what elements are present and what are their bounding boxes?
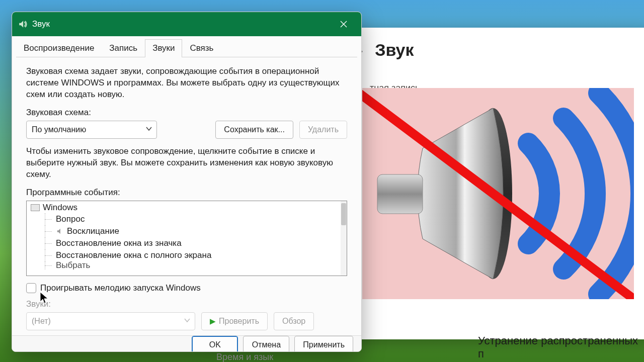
sounds-combobox: (Нет) (26, 312, 195, 330)
tab-communications[interactable]: Связь (182, 39, 221, 57)
startup-sound-row: Проигрывать мелодию запуска Windows (26, 283, 347, 293)
test-button: ▶ Проверить (201, 312, 268, 330)
event-item[interactable]: Выбрать (41, 261, 341, 269)
apply-button[interactable]: Применить (294, 336, 353, 352)
sound-icon (18, 20, 27, 29)
browse-button: Обзор (274, 312, 314, 330)
events-group-windows[interactable]: Windows (29, 202, 341, 213)
svg-rect-1 (377, 174, 423, 214)
sound-dialog: Звук Воспроизведение Запись Звуки Связь … (12, 12, 362, 352)
tabs: Воспроизведение Запись Звуки Связь (12, 39, 361, 58)
titlebar[interactable]: Звук (12, 12, 361, 36)
events-label: Программные события: (26, 188, 347, 198)
scheme-label: Звуковая схема: (26, 108, 347, 118)
event-item[interactable]: Восстановление окна с полного экрана (41, 249, 341, 261)
chevron-down-icon (184, 317, 191, 326)
delete-button: Удалить (299, 121, 347, 139)
sounds-value: (Нет) (32, 317, 51, 326)
dialog-title: Звук (32, 19, 332, 29)
chevron-down-icon (145, 125, 152, 134)
event-item[interactable]: Вопрос (41, 213, 341, 225)
dialog-footer: OK Отмена Применить (12, 335, 361, 352)
sounds-label: Звуки: (26, 299, 347, 309)
ok-button[interactable]: OK (192, 336, 238, 352)
events-group-label: Windows (43, 203, 77, 213)
scheme-description: Звуковая схема задает звуки, сопровождаю… (26, 66, 347, 101)
startup-sound-label[interactable]: Проигрывать мелодию запуска Windows (40, 283, 201, 293)
scheme-combobox[interactable]: По умолчанию (26, 121, 157, 139)
scheme-value: По умолчанию (32, 125, 86, 134)
cancel-button[interactable]: Отмена (243, 336, 289, 352)
speaker-muted-illustration (362, 88, 634, 299)
windows-icon (31, 204, 40, 211)
tab-sounds[interactable]: Звуки (145, 39, 182, 57)
breadcrumb-current: Звук (375, 40, 414, 59)
sidebar-item-time-language[interactable]: Время и язык (216, 352, 273, 362)
close-button[interactable] (332, 12, 355, 36)
tab-panel-sounds: Звуковая схема задает звуки, сопровождаю… (12, 58, 361, 335)
events-scrollbar[interactable] (341, 201, 347, 276)
event-item[interactable]: Восклицание (41, 225, 341, 237)
speaker-icon (56, 228, 64, 235)
play-icon: ▶ (210, 317, 216, 326)
scrollbar-thumb[interactable] (341, 203, 346, 225)
events-listbox[interactable]: Windows Вопрос Восклицание (26, 201, 347, 276)
event-item[interactable]: Восстановление окна из значка (41, 237, 341, 249)
events-description: Чтобы изменить звуковое сопровождение, щ… (26, 146, 347, 180)
tab-recording[interactable]: Запись (102, 39, 145, 57)
tab-playback[interactable]: Воспроизведение (16, 39, 102, 57)
startup-sound-checkbox[interactable] (26, 283, 36, 293)
save-as-button[interactable]: Сохранить как... (215, 121, 293, 139)
troubleshoot-link[interactable]: Устранение распространенных п (478, 334, 644, 360)
